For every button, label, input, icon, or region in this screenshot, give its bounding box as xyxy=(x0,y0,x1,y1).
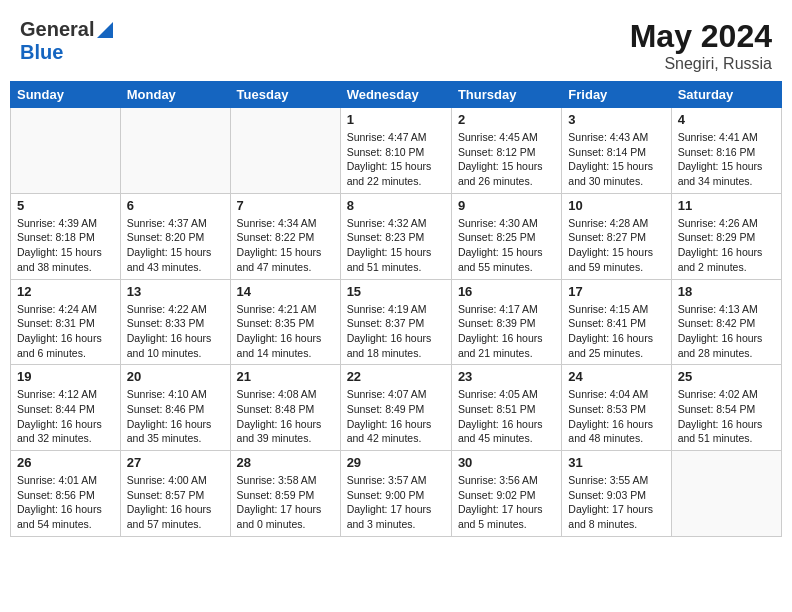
day-info: Sunrise: 3:56 AMSunset: 9:02 PMDaylight:… xyxy=(458,473,555,532)
calendar-day-cell xyxy=(11,108,121,194)
calendar-week-row: 5Sunrise: 4:39 AMSunset: 8:18 PMDaylight… xyxy=(11,193,782,279)
day-info: Sunrise: 4:17 AMSunset: 8:39 PMDaylight:… xyxy=(458,302,555,361)
calendar-day-cell: 8Sunrise: 4:32 AMSunset: 8:23 PMDaylight… xyxy=(340,193,451,279)
day-info: Sunrise: 3:55 AMSunset: 9:03 PMDaylight:… xyxy=(568,473,664,532)
day-info: Sunrise: 4:07 AMSunset: 8:49 PMDaylight:… xyxy=(347,387,445,446)
day-info-line: and 26 minutes. xyxy=(458,174,555,189)
day-number: 19 xyxy=(17,369,114,384)
day-info-line: Daylight: 15 hours xyxy=(127,245,224,260)
title-block: May 2024 Snegiri, Russia xyxy=(630,18,772,73)
day-info-line: Sunrise: 4:24 AM xyxy=(17,302,114,317)
day-info-line: Daylight: 15 hours xyxy=(347,159,445,174)
calendar-day-cell: 17Sunrise: 4:15 AMSunset: 8:41 PMDayligh… xyxy=(562,279,671,365)
day-info-line: Sunset: 8:12 PM xyxy=(458,145,555,160)
day-info-line: and 25 minutes. xyxy=(568,346,664,361)
calendar-day-cell: 28Sunrise: 3:58 AMSunset: 8:59 PMDayligh… xyxy=(230,451,340,537)
day-info-line: Sunset: 8:53 PM xyxy=(568,402,664,417)
calendar-header-row: SundayMondayTuesdayWednesdayThursdayFrid… xyxy=(11,82,782,108)
day-info-line: Sunrise: 4:34 AM xyxy=(237,216,334,231)
day-number: 12 xyxy=(17,284,114,299)
day-info-line: and 42 minutes. xyxy=(347,431,445,446)
day-info-line: Daylight: 16 hours xyxy=(237,417,334,432)
day-number: 31 xyxy=(568,455,664,470)
day-info-line: Daylight: 16 hours xyxy=(347,331,445,346)
day-info-line: Sunset: 8:35 PM xyxy=(237,316,334,331)
day-info-line: Daylight: 16 hours xyxy=(678,331,775,346)
calendar-day-cell: 11Sunrise: 4:26 AMSunset: 8:29 PMDayligh… xyxy=(671,193,781,279)
calendar-day-cell: 14Sunrise: 4:21 AMSunset: 8:35 PMDayligh… xyxy=(230,279,340,365)
location-title: Snegiri, Russia xyxy=(630,55,772,73)
day-info: Sunrise: 4:01 AMSunset: 8:56 PMDaylight:… xyxy=(17,473,114,532)
day-info: Sunrise: 4:26 AMSunset: 8:29 PMDaylight:… xyxy=(678,216,775,275)
day-info-line: Sunrise: 3:56 AM xyxy=(458,473,555,488)
day-info-line: Sunset: 9:02 PM xyxy=(458,488,555,503)
day-info-line: Daylight: 16 hours xyxy=(458,417,555,432)
day-info-line: Sunset: 8:49 PM xyxy=(347,402,445,417)
day-info-line: and 14 minutes. xyxy=(237,346,334,361)
day-info-line: Sunrise: 4:00 AM xyxy=(127,473,224,488)
calendar-day-cell: 27Sunrise: 4:00 AMSunset: 8:57 PMDayligh… xyxy=(120,451,230,537)
day-number: 10 xyxy=(568,198,664,213)
day-info-line: Sunrise: 4:28 AM xyxy=(568,216,664,231)
calendar-day-cell: 29Sunrise: 3:57 AMSunset: 9:00 PMDayligh… xyxy=(340,451,451,537)
day-number: 30 xyxy=(458,455,555,470)
calendar-day-cell: 21Sunrise: 4:08 AMSunset: 8:48 PMDayligh… xyxy=(230,365,340,451)
day-info-line: and 34 minutes. xyxy=(678,174,775,189)
header: General Blue May 2024 Snegiri, Russia xyxy=(10,10,782,81)
calendar-day-cell: 10Sunrise: 4:28 AMSunset: 8:27 PMDayligh… xyxy=(562,193,671,279)
day-info-line: Sunset: 8:57 PM xyxy=(127,488,224,503)
logo-blue: Blue xyxy=(20,41,63,63)
day-info-line: and 51 minutes. xyxy=(678,431,775,446)
day-number: 13 xyxy=(127,284,224,299)
day-info-line: and 6 minutes. xyxy=(17,346,114,361)
day-of-week-header: Thursday xyxy=(451,82,561,108)
day-info-line: Daylight: 17 hours xyxy=(458,502,555,517)
calendar-day-cell: 13Sunrise: 4:22 AMSunset: 8:33 PMDayligh… xyxy=(120,279,230,365)
day-info-line: Daylight: 17 hours xyxy=(568,502,664,517)
day-number: 6 xyxy=(127,198,224,213)
calendar-day-cell: 24Sunrise: 4:04 AMSunset: 8:53 PMDayligh… xyxy=(562,365,671,451)
day-info-line: and 57 minutes. xyxy=(127,517,224,532)
day-info: Sunrise: 4:22 AMSunset: 8:33 PMDaylight:… xyxy=(127,302,224,361)
day-info-line: and 8 minutes. xyxy=(568,517,664,532)
day-info-line: and 38 minutes. xyxy=(17,260,114,275)
day-info-line: Daylight: 16 hours xyxy=(17,417,114,432)
day-number: 8 xyxy=(347,198,445,213)
day-info-line: Sunrise: 4:13 AM xyxy=(678,302,775,317)
calendar-week-row: 19Sunrise: 4:12 AMSunset: 8:44 PMDayligh… xyxy=(11,365,782,451)
calendar-day-cell: 22Sunrise: 4:07 AMSunset: 8:49 PMDayligh… xyxy=(340,365,451,451)
day-info-line: Daylight: 15 hours xyxy=(458,159,555,174)
day-info-line: Daylight: 16 hours xyxy=(127,502,224,517)
calendar-day-cell: 2Sunrise: 4:45 AMSunset: 8:12 PMDaylight… xyxy=(451,108,561,194)
calendar-day-cell: 31Sunrise: 3:55 AMSunset: 9:03 PMDayligh… xyxy=(562,451,671,537)
day-number: 7 xyxy=(237,198,334,213)
day-number: 1 xyxy=(347,112,445,127)
day-of-week-header: Wednesday xyxy=(340,82,451,108)
day-number: 11 xyxy=(678,198,775,213)
day-info-line: Daylight: 16 hours xyxy=(127,331,224,346)
day-info-line: Sunset: 8:31 PM xyxy=(17,316,114,331)
day-info: Sunrise: 4:43 AMSunset: 8:14 PMDaylight:… xyxy=(568,130,664,189)
day-number: 25 xyxy=(678,369,775,384)
day-info-line: Sunset: 8:10 PM xyxy=(347,145,445,160)
day-info: Sunrise: 4:02 AMSunset: 8:54 PMDaylight:… xyxy=(678,387,775,446)
calendar-day-cell: 9Sunrise: 4:30 AMSunset: 8:25 PMDaylight… xyxy=(451,193,561,279)
day-info: Sunrise: 3:57 AMSunset: 9:00 PMDaylight:… xyxy=(347,473,445,532)
calendar-day-cell: 18Sunrise: 4:13 AMSunset: 8:42 PMDayligh… xyxy=(671,279,781,365)
day-info-line: Sunrise: 4:05 AM xyxy=(458,387,555,402)
day-info: Sunrise: 4:32 AMSunset: 8:23 PMDaylight:… xyxy=(347,216,445,275)
day-info-line: Sunset: 8:29 PM xyxy=(678,230,775,245)
day-info-line: Daylight: 16 hours xyxy=(568,331,664,346)
day-info-line: Sunrise: 4:04 AM xyxy=(568,387,664,402)
day-info-line: Sunset: 8:44 PM xyxy=(17,402,114,417)
logo-general: General xyxy=(20,18,94,41)
day-info: Sunrise: 4:10 AMSunset: 8:46 PMDaylight:… xyxy=(127,387,224,446)
day-info: Sunrise: 3:58 AMSunset: 8:59 PMDaylight:… xyxy=(237,473,334,532)
calendar-week-row: 12Sunrise: 4:24 AMSunset: 8:31 PMDayligh… xyxy=(11,279,782,365)
day-info: Sunrise: 4:19 AMSunset: 8:37 PMDaylight:… xyxy=(347,302,445,361)
calendar-day-cell xyxy=(671,451,781,537)
calendar-day-cell: 16Sunrise: 4:17 AMSunset: 8:39 PMDayligh… xyxy=(451,279,561,365)
day-info-line: and 55 minutes. xyxy=(458,260,555,275)
day-info-line: Sunrise: 4:43 AM xyxy=(568,130,664,145)
day-info-line: Daylight: 16 hours xyxy=(458,331,555,346)
